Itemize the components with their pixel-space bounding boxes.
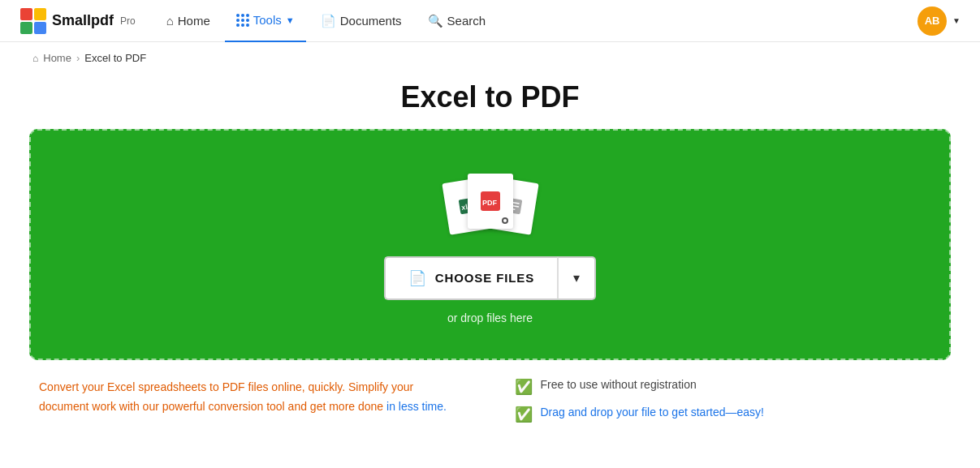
choose-files-row: 📄 CHOOSE FILES ▾ [384,256,596,300]
breadcrumb-home[interactable]: Home [43,52,71,64]
info-right-text-2: Drag and drop your file to get started—e… [541,406,764,419]
file-icon-group: xlsx PDF [446,172,535,238]
avatar-dropdown-icon[interactable]: ▼ [952,16,961,25]
grid-icon [236,14,249,27]
page-title-area: Excel to PDF [0,74,980,129]
choose-files-label: CHOOSE FILES [435,271,534,285]
nav-tools[interactable]: Tools ▼ [225,0,306,42]
drop-zone-wrapper: xlsx PDF 📄 CHOOSE FILES ▾ or drop files … [0,129,980,360]
drop-zone[interactable]: xlsx PDF 📄 CHOOSE FILES ▾ or drop files … [29,129,951,360]
check-icon-1: ✅ [515,378,533,396]
choose-files-dropdown-button[interactable]: ▾ [558,256,596,300]
info-section: Convert your Excel spreadsheets to PDF f… [0,360,980,440]
svg-rect-1 [34,8,46,20]
home-icon: ⌂ [166,14,174,28]
search-icon: 🔍 [428,14,443,28]
breadcrumb-current: Excel to PDF [84,52,146,64]
chevron-down-icon: ▾ [573,270,580,286]
logo-area[interactable]: SmallpdfPro [19,7,136,35]
nav-documents-label: Documents [340,14,402,28]
info-right-item-2: ✅ Drag and drop your file to get started… [515,406,942,423]
breadcrumb-icon: ⌂ [32,53,38,64]
info-text-blue: in less time. [386,400,447,413]
nav-home[interactable]: ⌂ Home [155,0,222,42]
tools-dropdown-icon: ▼ [286,15,295,25]
documents-icon: 📄 [321,14,336,28]
info-left: Convert your Excel spreadsheets to PDF f… [39,378,466,423]
info-text-orange: Convert your Excel spreadsheets to PDF f… [39,380,413,413]
choose-files-button[interactable]: 📄 CHOOSE FILES [384,256,558,300]
nav-documents[interactable]: 📄 Documents [309,0,413,42]
svg-rect-3 [34,22,46,34]
info-right: ✅ Free to use without registration ✅ Dra… [515,378,942,423]
nav-home-label: Home [178,14,210,28]
page-title: Excel to PDF [0,80,980,114]
navbar: SmallpdfPro ⌂ Home Tools ▼ 📄 Documents 🔍… [0,0,980,42]
svg-rect-2 [20,22,32,34]
breadcrumb-separator: › [76,52,80,64]
nav-tools-label: Tools [253,13,282,27]
breadcrumb: ⌂ Home › Excel to PDF [0,42,980,74]
info-right-text-1: Free to use without registration [541,378,697,391]
brand-name: Smallpdf [52,12,114,29]
check-icon-2: ✅ [515,406,533,423]
nav-search[interactable]: 🔍 Search [417,0,498,42]
nav-search-label: Search [447,14,486,28]
info-right-item-1: ✅ Free to use without registration [515,378,942,396]
doc-icon: 📄 [408,269,427,287]
logo-icon [19,7,47,35]
avatar[interactable]: AB [917,6,947,36]
drop-text: or drop files here [447,311,533,324]
file-front-icon: PDF [468,174,513,229]
brand-pro: Pro [120,15,136,27]
info-left-text: Convert your Excel spreadsheets to PDF f… [39,378,466,417]
avatar-initials: AB [925,15,940,27]
svg-rect-0 [20,8,32,20]
svg-text:PDF: PDF [482,199,498,207]
